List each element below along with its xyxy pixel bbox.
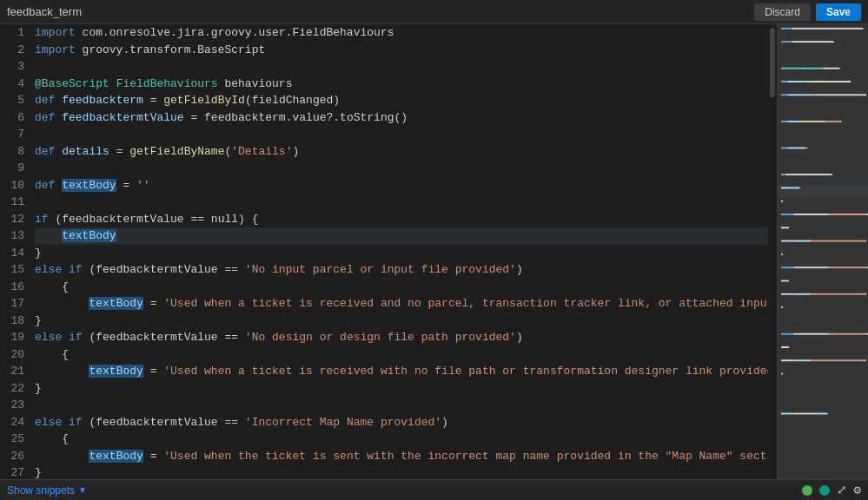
top-buttons: Discard Save [754,3,861,21]
status-green-icon [802,485,812,496]
expand-icon[interactable]: ⤢ [837,483,847,497]
table-row: @BaseScript FieldBehaviours behaviours [35,76,768,93]
table-row: def feedbackterm = getFieldById(fieldCha… [35,92,768,109]
table-row: } [35,312,768,330]
minimap-canvas [778,24,868,479]
show-snippets-button[interactable]: Show snippets ▼ [7,484,87,497]
table-row: import groovy.transform.BaseScript [35,42,768,59]
table-row [35,397,768,414]
main: 1234567891011121314151617181920212223242… [0,24,868,479]
table-row: { [35,431,768,448]
table-row: def textBody = '' [35,177,768,194]
bottom-right-icons: ⤢ ⚙ [802,483,861,497]
table-row: import com.onresolve.jira.groovy.user.Fi… [35,24,768,42]
editor: 1234567891011121314151617181920212223242… [0,24,777,479]
table-row: else if (feedbacktermtValue == 'No input… [35,261,768,279]
table-row: } [35,464,768,479]
table-row: textBody [35,227,768,245]
line-numbers: 1234567891011121314151617181920212223242… [0,24,31,479]
table-row: { [35,279,768,296]
tab-label: feedback_term [7,5,82,18]
discard-button[interactable]: Discard [754,3,811,21]
table-row [35,126,768,143]
table-row: else if (feedbacktermtValue == 'No desig… [35,329,768,346]
scrollbar-thumb[interactable] [770,28,775,97]
table-row: textBody = 'Used when a ticket is receiv… [35,363,768,380]
table-row: textBody = 'Used when the ticket is sent… [35,448,768,465]
code-lines[interactable]: import com.onresolve.jira.groovy.user.Fi… [31,24,768,479]
table-row: def details = getFieldByName('Details') [35,143,768,161]
table-row: if (feedbacktermtValue == null) { [35,211,768,228]
table-row [35,160,768,177]
table-row: textBody = 'Used when a ticket is receiv… [35,295,768,312]
save-button[interactable]: Save [816,3,861,21]
show-snippets-label: Show snippets [7,484,75,497]
table-row: def feedbacktermtValue = feedbackterm.va… [35,109,768,127]
minimap [777,24,868,479]
table-row: else if (feedbacktermtValue == 'Incorrec… [35,414,768,431]
table-row: } [35,245,768,262]
code-area[interactable]: 1234567891011121314151617181920212223242… [0,24,777,479]
table-row: { [35,346,768,364]
table-row [35,194,768,211]
top-bar: feedback_term Discard Save [0,0,868,24]
bottom-bar: Show snippets ▼ ⤢ ⚙ [0,479,868,500]
status-teal-icon [819,485,830,496]
chevron-down-icon: ▼ [78,485,87,495]
table-row: } [35,380,768,398]
scrollbar-track[interactable] [768,24,777,479]
table-row [35,58,768,76]
settings-icon[interactable]: ⚙ [854,483,861,497]
